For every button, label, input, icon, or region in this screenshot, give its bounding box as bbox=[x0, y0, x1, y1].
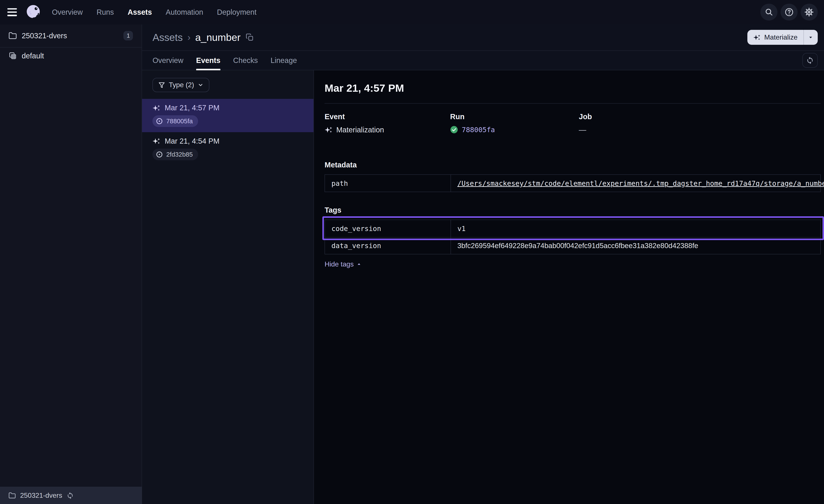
event-type-value: Materialization bbox=[336, 126, 384, 134]
tags-table: code_version v1 data_version 3bfc269594e… bbox=[324, 220, 821, 254]
help-button[interactable] bbox=[781, 4, 797, 20]
search-button[interactable] bbox=[760, 4, 777, 20]
nav-item-overview[interactable]: Overview bbox=[52, 8, 83, 16]
search-icon bbox=[764, 8, 774, 17]
run-success-icon bbox=[450, 126, 458, 134]
folder-icon bbox=[8, 31, 17, 40]
run-id-text: 2fd32b85 bbox=[166, 151, 193, 158]
metadata-key-cell: path bbox=[325, 175, 450, 192]
breadcrumb-separator: › bbox=[188, 32, 191, 43]
event-list-item[interactable]: Mar 21, 4:57 PM 788005fa bbox=[142, 99, 314, 132]
sync-icon[interactable] bbox=[67, 492, 74, 499]
materialize-label: Materialize bbox=[764, 33, 798, 41]
code-location-footer: 250321-dvers bbox=[0, 487, 142, 504]
materialization-sparkle-icon bbox=[152, 104, 161, 112]
event-summary-fields: Event Materialization Run 78800 bbox=[324, 113, 821, 134]
event-detail-panel: Mar 21, 4:57 PM Event Materialization bbox=[314, 70, 824, 504]
refresh-button[interactable] bbox=[802, 53, 818, 68]
copy-asset-name-button[interactable] bbox=[246, 33, 254, 41]
asset-count-badge: 1 bbox=[123, 31, 133, 40]
tab-overview-label: Overview bbox=[152, 56, 183, 65]
hamburger-menu-icon[interactable] bbox=[7, 8, 18, 16]
materialization-sparkle-icon bbox=[324, 126, 332, 134]
tag-key-cell: data_version bbox=[325, 237, 450, 254]
tab-lineage-label: Lineage bbox=[271, 56, 297, 65]
job-field-label: Job bbox=[579, 113, 821, 121]
caret-down-icon bbox=[808, 34, 814, 40]
tab-checks[interactable]: Checks bbox=[233, 51, 258, 70]
type-filter-button[interactable]: Type (2) bbox=[152, 78, 209, 92]
metadata-table: path /Users/smackesey/stm/code/elementl/… bbox=[324, 174, 821, 192]
run-link[interactable]: 788005fa bbox=[462, 126, 495, 134]
dagster-logo[interactable] bbox=[24, 3, 42, 21]
event-timestamp: Mar 21, 4:57 PM bbox=[165, 104, 219, 112]
asset-tabs: Overview Events Checks Lineage bbox=[142, 51, 824, 71]
event-detail-title: Mar 21, 4:57 PM bbox=[324, 82, 821, 94]
octopus-logo-icon bbox=[24, 3, 42, 21]
caret-up-icon bbox=[356, 261, 362, 267]
sidebar-item-folder[interactable]: 250321-dvers 1 bbox=[0, 24, 141, 48]
tab-checks-label: Checks bbox=[233, 56, 258, 65]
event-filter-row: Type (2) bbox=[142, 70, 314, 99]
breadcrumb-assets-link[interactable]: Assets bbox=[152, 31, 183, 43]
job-field: Job — bbox=[579, 113, 821, 134]
refresh-icon bbox=[806, 56, 814, 65]
nav-item-automation[interactable]: Automation bbox=[166, 8, 203, 16]
event-timestamp: Mar 21, 4:54 PM bbox=[165, 137, 219, 145]
asset-group-icon bbox=[8, 51, 17, 60]
event-time-row: Mar 21, 4:57 PM bbox=[152, 104, 303, 112]
event-time-row: Mar 21, 4:54 PM bbox=[152, 137, 303, 145]
tag-value-cell: v1 bbox=[450, 220, 820, 237]
run-id-badge[interactable]: 2fd32b85 bbox=[152, 149, 198, 160]
tab-overview[interactable]: Overview bbox=[152, 51, 183, 70]
tab-events[interactable]: Events bbox=[196, 51, 220, 70]
event-list-panel: Type (2) Mar 21, 4:57 PM 788005fa bbox=[142, 70, 314, 504]
metadata-value-cell: /Users/smackesey/stm/code/elementl/exper… bbox=[450, 175, 824, 192]
run-field-label: Run bbox=[450, 113, 579, 121]
top-nav: Overview Runs Assets Automation Deployme… bbox=[0, 0, 824, 24]
materialize-button[interactable]: Materialize bbox=[747, 30, 803, 44]
run-circle-dot-icon bbox=[156, 117, 163, 125]
hide-tags-label: Hide tags bbox=[324, 260, 353, 268]
tag-value-cell: 3bfc269594ef649228e9a74bab00f042efc91d5a… bbox=[450, 237, 820, 254]
sidebar-item-default-group[interactable]: default bbox=[0, 47, 141, 64]
nav-item-deployment[interactable]: Deployment bbox=[217, 8, 256, 16]
materialization-sparkle-icon bbox=[152, 137, 161, 145]
copy-icon bbox=[246, 33, 254, 41]
main-nav-menu: Overview Runs Assets Automation Deployme… bbox=[52, 8, 256, 16]
run-circle-dot-icon bbox=[156, 151, 163, 158]
nav-item-runs[interactable]: Runs bbox=[97, 8, 114, 16]
settings-button[interactable] bbox=[801, 4, 818, 20]
dagster-app: Overview Runs Assets Automation Deployme… bbox=[0, 0, 824, 504]
materialize-split-button: Materialize bbox=[747, 30, 818, 44]
materialization-sparkle-icon bbox=[753, 34, 760, 41]
run-id-text: 788005fa bbox=[166, 117, 193, 125]
job-empty-value: — bbox=[579, 126, 586, 134]
sidebar-group-label: default bbox=[22, 52, 44, 60]
tag-key-cell: code_version bbox=[325, 220, 450, 237]
chevron-down-icon bbox=[198, 82, 204, 88]
tags-heading: Tags bbox=[324, 206, 821, 214]
event-field: Event Materialization bbox=[324, 113, 450, 134]
hide-tags-link[interactable]: Hide tags bbox=[324, 260, 362, 268]
gear-icon bbox=[804, 7, 814, 17]
metadata-heading: Metadata bbox=[324, 161, 821, 169]
run-id-badge[interactable]: 788005fa bbox=[152, 115, 198, 127]
divider bbox=[324, 103, 821, 104]
nav-right-actions bbox=[760, 4, 818, 20]
asset-sidebar: 250321-dvers 1 default bbox=[0, 24, 142, 487]
asset-page-header: Assets › a_number Materialize bbox=[142, 24, 824, 51]
filter-funnel-icon bbox=[158, 82, 165, 89]
tab-lineage[interactable]: Lineage bbox=[271, 51, 297, 70]
help-icon bbox=[785, 7, 794, 17]
materialize-dropdown-button[interactable] bbox=[803, 30, 818, 44]
folder-icon bbox=[8, 492, 16, 499]
event-field-label: Event bbox=[324, 113, 450, 121]
path-link[interactable]: /Users/smackesey/stm/code/elementl/exper… bbox=[457, 179, 824, 187]
page-title: a_number bbox=[195, 31, 240, 43]
event-list-item[interactable]: Mar 21, 4:54 PM 2fd32b85 bbox=[142, 132, 314, 165]
type-filter-label: Type (2) bbox=[169, 81, 194, 89]
code-location-label: 250321-dvers bbox=[20, 491, 62, 499]
nav-item-assets[interactable]: Assets bbox=[127, 8, 152, 16]
run-field: Run 788005fa bbox=[450, 113, 579, 134]
